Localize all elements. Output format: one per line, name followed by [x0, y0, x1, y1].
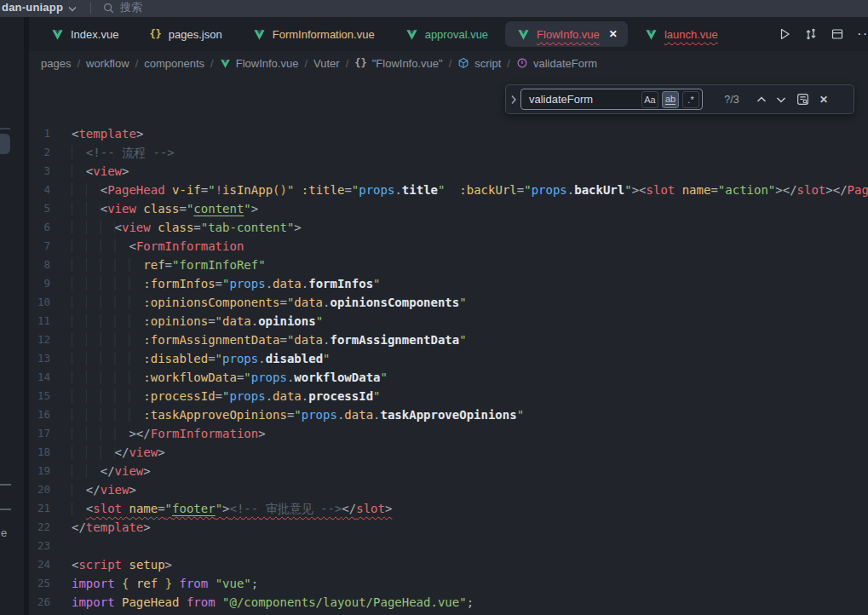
- line-number[interactable]: 7: [29, 237, 50, 256]
- code-text[interactable]: </view>: [72, 443, 165, 462]
- code-line[interactable]: 13 :disabled="props.disabled": [29, 349, 868, 368]
- code-line[interactable]: 3 <view>: [29, 162, 868, 181]
- code-text[interactable]: import { ref } from "vue";: [72, 574, 258, 593]
- tab-flowinfo-vue[interactable]: FlowInfo.vue✕: [505, 21, 628, 47]
- code-text[interactable]: :formInfos="props.data.formInfos": [72, 274, 381, 293]
- open-changes-button[interactable]: [804, 27, 818, 41]
- code-editor[interactable]: validateForm Aa ab .* ?/3 ✕: [29, 75, 868, 615]
- code-line[interactable]: 16 :taskApproveOpinions="props.data.task…: [29, 405, 868, 424]
- code-line[interactable]: 9 :formInfos="props.data.formInfos": [29, 274, 868, 293]
- code-line[interactable]: 25import { ref } from "vue";: [29, 574, 868, 593]
- code-line[interactable]: 23: [29, 537, 868, 555]
- next-match-button[interactable]: [776, 96, 786, 103]
- code-line[interactable]: 11 :opinions="data.opinions": [29, 312, 868, 330]
- previous-match-button[interactable]: [756, 96, 767, 103]
- code-text[interactable]: :formAssignmentData="data.formAssignment…: [72, 330, 467, 349]
- code-text[interactable]: :processId="props.data.processId": [72, 387, 381, 405]
- code-line[interactable]: 6 <view class="tab-content">: [29, 218, 868, 237]
- line-number[interactable]: 11: [29, 312, 50, 330]
- explorer-selected-item-fragment[interactable]: [0, 134, 10, 154]
- regex-button[interactable]: .*: [682, 91, 699, 108]
- line-number[interactable]: 5: [29, 199, 50, 218]
- code-text[interactable]: :disabled="props.disabled": [72, 349, 331, 368]
- code-text[interactable]: <template>: [72, 124, 143, 143]
- breadcrumb-item-pages[interactable]: pages: [41, 57, 71, 70]
- find-input[interactable]: validateForm Aa ab .*: [520, 89, 703, 110]
- global-search[interactable]: 搜索: [103, 0, 142, 15]
- code-text[interactable]: :taskApproveOpinions="props.data.taskApp…: [72, 405, 524, 424]
- line-number[interactable]: 1: [29, 124, 50, 143]
- code-line[interactable]: 1<template>: [29, 124, 868, 143]
- find-in-selection-button[interactable]: [796, 92, 810, 106]
- code-line[interactable]: 14 :workflowData="props.workflowData": [29, 368, 868, 387]
- code-text[interactable]: <view class="content">: [72, 199, 258, 218]
- code-text[interactable]: :opinionsComponents="data.opinionsCompon…: [72, 293, 467, 312]
- code-text[interactable]: <view>: [72, 162, 129, 181]
- breadcrumb-item-workflow[interactable]: workflow: [86, 57, 129, 70]
- line-number[interactable]: 20: [29, 480, 50, 499]
- tab-approval-vue[interactable]: approval.vue: [390, 17, 503, 51]
- code-text[interactable]: import PageHead from "@/components/layou…: [72, 593, 474, 612]
- code-text[interactable]: </view>: [72, 480, 136, 499]
- line-number[interactable]: 13: [29, 349, 50, 368]
- tab-forminformation-vue[interactable]: FormInformation.vue: [238, 17, 390, 51]
- code-text[interactable]: <script setup>: [72, 555, 172, 574]
- code-line[interactable]: 7 <FormInformation: [29, 237, 868, 256]
- line-number[interactable]: 3: [29, 162, 50, 181]
- code-text[interactable]: <PageHead v-if="!isInApp()" :title="prop…: [72, 181, 868, 199]
- code-line[interactable]: 22</template>: [29, 518, 868, 537]
- split-editor-button[interactable]: [831, 27, 844, 41]
- line-number[interactable]: 16: [29, 405, 50, 424]
- code-text[interactable]: <view class="tab-content">: [72, 218, 302, 237]
- match-case-button[interactable]: Aa: [641, 91, 658, 108]
- breadcrumb-item-flowinfovue[interactable]: {}"FlowInfo.vue": [354, 57, 442, 70]
- code-line[interactable]: 17 ></FormInformation>: [29, 424, 868, 443]
- breadcrumb-item-flowinfovue[interactable]: FlowInfo.vue: [220, 57, 299, 70]
- code-text[interactable]: :opinions="data.opinions": [72, 312, 323, 330]
- code-text[interactable]: </template>: [72, 518, 151, 537]
- code-text[interactable]: ></FormInformation>: [72, 424, 266, 443]
- code-line[interactable]: 26import PageHead from "@/components/lay…: [29, 593, 868, 612]
- code-text[interactable]: <slot name="footer"><!-- 审批意见 --></slot>: [72, 499, 392, 518]
- code-line[interactable]: 4 <PageHead v-if="!isInApp()" :title="pr…: [29, 181, 868, 199]
- code-text[interactable]: :workflowData="props.workflowData": [72, 368, 388, 387]
- breadcrumb-item-vuter[interactable]: Vuter: [313, 57, 340, 70]
- breadcrumb-item-validateform[interactable]: validateForm: [516, 57, 597, 70]
- find-query-text[interactable]: validateForm: [529, 93, 638, 106]
- run-button[interactable]: [778, 27, 791, 41]
- close-icon[interactable]: ✕: [609, 28, 618, 40]
- chevron-down-icon[interactable]: [68, 2, 77, 14]
- more-actions-button[interactable]: ···: [857, 26, 868, 43]
- code-text[interactable]: ref="formInfoRef": [72, 256, 266, 274]
- whole-word-button[interactable]: ab: [662, 91, 679, 108]
- project-name[interactable]: dan-uniapp: [2, 1, 63, 14]
- tab-index-vue[interactable]: Index.vue: [36, 17, 134, 51]
- code-line[interactable]: 20 </view>: [29, 480, 868, 499]
- line-number[interactable]: 9: [29, 274, 50, 293]
- line-number[interactable]: 26: [29, 593, 50, 612]
- tab-pages-json[interactable]: {}pages.json: [134, 17, 237, 51]
- line-number[interactable]: 12: [29, 330, 50, 349]
- breadcrumb-item-components[interactable]: components: [144, 57, 204, 70]
- code-line[interactable]: 12 :formAssignmentData="data.formAssignm…: [29, 330, 868, 349]
- line-number[interactable]: 15: [29, 387, 50, 405]
- line-number[interactable]: 23: [29, 537, 50, 555]
- code-line[interactable]: 10 :opinionsComponents="data.opinionsCom…: [29, 293, 868, 312]
- code-line[interactable]: 5 <view class="content">: [29, 199, 868, 218]
- code-line[interactable]: 18 </view>: [29, 443, 868, 462]
- code-text[interactable]: </view>: [72, 462, 151, 480]
- code-text[interactable]: <FormInformation: [72, 237, 244, 256]
- line-number[interactable]: 6: [29, 218, 50, 237]
- line-number[interactable]: 8: [29, 256, 50, 274]
- code-line[interactable]: 24<script setup>: [29, 555, 868, 574]
- line-number[interactable]: 25: [29, 574, 50, 593]
- line-number[interactable]: 4: [29, 181, 50, 199]
- toggle-replace-chevron-icon[interactable]: [506, 85, 520, 113]
- code-text[interactable]: <!-- 流程 -->: [72, 143, 175, 162]
- code-line[interactable]: 21 <slot name="footer"><!-- 审批意见 --></sl…: [29, 499, 868, 518]
- code-line[interactable]: 8 ref="formInfoRef": [29, 256, 868, 274]
- line-number[interactable]: 24: [29, 555, 50, 574]
- code-line[interactable]: 19 </view>: [29, 462, 868, 480]
- close-find-button[interactable]: ✕: [819, 94, 828, 106]
- line-number[interactable]: 22: [29, 518, 50, 537]
